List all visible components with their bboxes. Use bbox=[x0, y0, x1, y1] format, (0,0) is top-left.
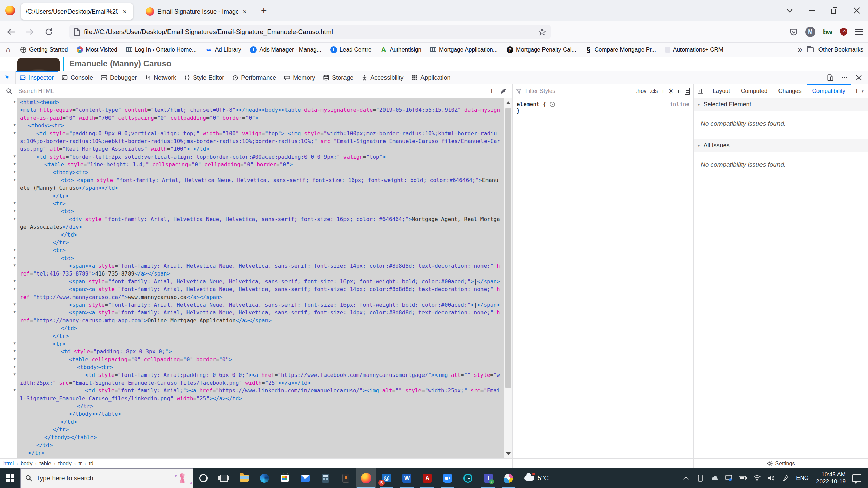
code-line-31[interactable]: </td> bbox=[0, 418, 504, 426]
code-line-27[interactable]: ▾<td style="font-family: Arial;padding: … bbox=[0, 371, 504, 387]
expand-twisty-icon[interactable]: ▾ bbox=[13, 302, 16, 307]
bookmark-item-3[interactable]: Log In ‹ Ontario Home... bbox=[126, 46, 197, 53]
battery-icon[interactable] bbox=[736, 468, 749, 488]
code-line-17[interactable]: ▾<span style="font-family: Arial, Helvet… bbox=[0, 278, 504, 285]
breadcrumb-html[interactable]: html bbox=[3, 461, 14, 467]
rule-origin[interactable]: inline bbox=[670, 101, 689, 107]
task-view-button[interactable] bbox=[214, 468, 234, 488]
browser-tab-2[interactable]: Email Signature Issue - Images n × bbox=[141, 3, 253, 20]
devtools-close-icon[interactable] bbox=[852, 72, 865, 83]
code-line-26[interactable]: ▾<tbody><tr> bbox=[0, 363, 504, 371]
code-line-23[interactable]: ▾<tr> bbox=[0, 340, 504, 348]
section-header-selected-element[interactable]: ▾ Selected Element bbox=[694, 98, 868, 111]
twisty-icon[interactable]: ▾ bbox=[698, 143, 700, 148]
code-line-29[interactable]: </tr> bbox=[0, 402, 504, 410]
code-line-16[interactable]: ▾<span><a style="font-family: Arial, Hel… bbox=[0, 262, 504, 278]
expand-twisty-icon[interactable]: ▾ bbox=[13, 356, 16, 361]
filter-styles-input[interactable]: Filter Styles bbox=[525, 88, 633, 95]
wifi-icon[interactable] bbox=[751, 468, 764, 488]
add-node-button[interactable]: + bbox=[486, 85, 497, 97]
pseudo-class-toggle[interactable]: :hov bbox=[636, 88, 646, 94]
code-line-3[interactable]: ▾<td style="padding:0 9px 0 0;vertical-a… bbox=[0, 129, 504, 153]
expand-twisty-icon[interactable]: ▾ bbox=[13, 161, 16, 166]
scrollbar-thumb[interactable] bbox=[505, 108, 511, 388]
expand-twisty-icon[interactable]: ▾ bbox=[13, 130, 16, 135]
edge-button[interactable] bbox=[254, 468, 275, 488]
menu-hamburger-icon[interactable] bbox=[855, 29, 863, 35]
tray-expand-icon[interactable] bbox=[679, 468, 692, 488]
language-indicator[interactable]: ENG bbox=[793, 475, 811, 482]
expand-twisty-icon[interactable]: ▾ bbox=[13, 348, 16, 353]
bookmark-star-icon[interactable] bbox=[538, 28, 546, 36]
code-line-8[interactable]: </tr> bbox=[0, 192, 504, 200]
expand-twisty-icon[interactable]: ▾ bbox=[13, 309, 16, 314]
ublock-shield-icon[interactable]: uO bbox=[840, 27, 848, 36]
other-bookmarks-button[interactable]: Other Bookmarks bbox=[818, 46, 863, 53]
search-html-input[interactable]: Search HTML bbox=[18, 88, 486, 95]
devtools-tab-network[interactable]: Network bbox=[141, 71, 180, 84]
browser-tab-active[interactable]: /C:/Users/User/Desktop/Email%20Si × bbox=[21, 3, 133, 20]
start-button[interactable] bbox=[0, 468, 20, 488]
url-text[interactable]: file:///C:/Users/User/Desktop/Email Sign… bbox=[84, 28, 538, 36]
cast-display-icon[interactable] bbox=[722, 468, 735, 488]
code-line-1[interactable]: <meta http-equiv="content-type" content=… bbox=[0, 106, 504, 122]
code-line-11[interactable]: ▾<div style="font-family: Arial, Helveti… bbox=[0, 215, 504, 231]
mail-button[interactable] bbox=[295, 468, 315, 488]
sidebar-tab-f[interactable]: F▾ bbox=[851, 84, 868, 98]
new-tab-button[interactable]: + bbox=[258, 5, 269, 16]
bookmark-item-1[interactable]: Getting Started bbox=[20, 46, 68, 53]
code-line-20[interactable]: ▾<span><a style="font-family: Arial, Hel… bbox=[0, 309, 504, 324]
expand-twisty-icon[interactable]: ▾ bbox=[13, 122, 16, 127]
bookmark-item-11[interactable]: Automations+ CRM bbox=[665, 46, 723, 53]
markup-code[interactable]: ▾<html><head><meta http-equiv="content-t… bbox=[0, 98, 504, 458]
expand-twisty-icon[interactable]: ▾ bbox=[13, 247, 16, 252]
devtools-tab-storage[interactable]: Storage bbox=[319, 71, 357, 84]
code-line-33[interactable]: </tbody></table> bbox=[0, 433, 504, 441]
acrobat-button[interactable]: A bbox=[417, 468, 437, 488]
devtools-tab-console[interactable]: Console bbox=[58, 71, 97, 84]
tab-close-icon[interactable]: × bbox=[241, 8, 248, 16]
code-line-22[interactable]: </tr> bbox=[0, 332, 504, 340]
expand-twisty-icon[interactable]: ▾ bbox=[13, 99, 16, 104]
compatibility-settings-button[interactable]: Settings bbox=[694, 459, 868, 468]
expand-twisty-icon[interactable]: ▾ bbox=[13, 278, 16, 283]
markup-scrollbar[interactable] bbox=[504, 98, 512, 458]
bookmark-item-8[interactable]: Mortgage Application... bbox=[430, 46, 498, 53]
devtools-tab-application[interactable]: Application bbox=[408, 71, 454, 84]
volume-icon[interactable] bbox=[765, 468, 778, 488]
bookmark-item-0[interactable]: ⌂ bbox=[5, 46, 12, 53]
clock-app-button[interactable] bbox=[458, 468, 478, 488]
scroll-up-icon[interactable] bbox=[504, 98, 512, 107]
minimize-button[interactable] bbox=[801, 0, 823, 21]
code-line-19[interactable]: ▾<span style="font-family: Arial, Helvet… bbox=[0, 301, 504, 309]
sidebar-tab-changes[interactable]: Changes bbox=[773, 84, 807, 98]
forward-button[interactable] bbox=[22, 24, 38, 39]
devtools-tab-style-editor[interactable]: Style Editor bbox=[180, 71, 228, 84]
clock[interactable]: 10:45 AM 2022-10-19 bbox=[813, 471, 849, 485]
scroll-down-icon[interactable] bbox=[504, 449, 512, 458]
restore-button[interactable] bbox=[823, 0, 846, 21]
paint-button[interactable] bbox=[498, 468, 519, 488]
expand-twisty-icon[interactable]: ▾ bbox=[13, 200, 16, 205]
add-rule-button[interactable]: + bbox=[661, 88, 664, 94]
action-center-icon[interactable] bbox=[852, 474, 861, 482]
weather-widget[interactable]: 5°C bbox=[519, 468, 554, 488]
breadcrumb-table[interactable]: table bbox=[39, 461, 51, 467]
bookmark-item-2[interactable]: Most Visited bbox=[77, 46, 117, 53]
code-line-18[interactable]: ▾<span><a style="font-family: Arial, Hel… bbox=[0, 285, 504, 301]
expand-twisty-icon[interactable]: ▾ bbox=[13, 216, 16, 221]
devtools-tab-performance[interactable]: Performance bbox=[228, 71, 280, 84]
code-line-10[interactable]: ▾<td> bbox=[0, 207, 504, 215]
code-line-4[interactable]: ▾<td style="border-left:2px solid;vertic… bbox=[0, 153, 504, 161]
expand-twisty-icon[interactable]: ▾ bbox=[13, 154, 16, 159]
section-header-all-issues[interactable]: ▾ All Issues bbox=[694, 139, 868, 152]
devtools-tab-debugger[interactable]: Debugger bbox=[97, 71, 141, 84]
file-explorer-button[interactable] bbox=[234, 468, 254, 488]
code-line-14[interactable]: ▾<tr> bbox=[0, 246, 504, 254]
expand-twisty-icon[interactable]: ▾ bbox=[13, 263, 16, 268]
code-line-7[interactable]: ▾<td> <span style="font-family: Arial, H… bbox=[0, 176, 504, 192]
back-button[interactable] bbox=[3, 24, 19, 39]
profile-avatar[interactable]: M bbox=[805, 27, 815, 37]
teams-button[interactable]: T✓ bbox=[478, 468, 498, 488]
expand-twisty-icon[interactable]: ▾ bbox=[13, 208, 16, 213]
